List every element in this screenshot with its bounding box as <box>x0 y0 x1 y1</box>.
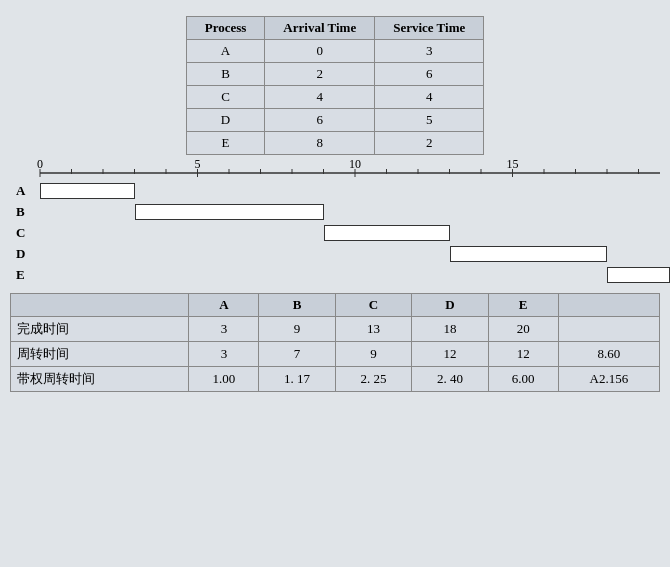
gantt-bar <box>40 183 135 199</box>
stats-cell: 20 <box>488 317 558 342</box>
stats-table: ABCDE完成时间39131820周转时间37912128.60带权周转时间1.… <box>10 293 660 392</box>
stats-cell: 2. 40 <box>412 367 488 392</box>
timeline-ruler: 05101520 <box>10 159 660 181</box>
table-cell: 4 <box>265 86 375 109</box>
gantt-row: B <box>40 202 670 222</box>
stats-cell: 9 <box>259 317 335 342</box>
stats-cell: 2. 25 <box>335 367 411 392</box>
stats-cell: 8.60 <box>558 342 659 367</box>
process-table-wrap: Process Arrival Time Service Time A03B26… <box>10 16 660 155</box>
stats-row-label: 周转时间 <box>11 342 189 367</box>
gantt-bar <box>450 246 608 262</box>
stats-row-label: 完成时间 <box>11 317 189 342</box>
table-cell: A <box>186 40 265 63</box>
gantt-bar <box>607 267 670 283</box>
table-cell: 6 <box>265 109 375 132</box>
page: Process Arrival Time Service Time A03B26… <box>0 0 670 567</box>
table-cell: E <box>186 132 265 155</box>
stats-cell: 12 <box>412 342 488 367</box>
gantt-row: D <box>40 244 670 264</box>
col-header-arrival: Arrival Time <box>265 17 375 40</box>
gantt-row-label: A <box>16 183 25 199</box>
stats-cell: 6.00 <box>488 367 558 392</box>
process-table: Process Arrival Time Service Time A03B26… <box>186 16 485 155</box>
gantt-row: E <box>40 265 670 285</box>
table-cell: C <box>186 86 265 109</box>
stats-cell: 9 <box>335 342 411 367</box>
stats-col-header <box>558 294 659 317</box>
stats-cell: A2.156 <box>558 367 659 392</box>
stats-col-header: C <box>335 294 411 317</box>
stats-cell <box>558 317 659 342</box>
table-cell: 4 <box>375 86 484 109</box>
stats-col-header: D <box>412 294 488 317</box>
svg-text:5: 5 <box>195 159 201 171</box>
gantt-row-label: D <box>16 246 25 262</box>
svg-text:15: 15 <box>507 159 519 171</box>
stats-cell: 7 <box>259 342 335 367</box>
svg-text:10: 10 <box>349 159 361 171</box>
stats-table-wrap: ABCDE完成时间39131820周转时间37912128.60带权周转时间1.… <box>10 293 660 392</box>
gantt-row: A <box>40 181 670 201</box>
stats-cell: 12 <box>488 342 558 367</box>
col-header-service: Service Time <box>375 17 484 40</box>
stats-cell: 3 <box>189 342 259 367</box>
table-cell: 2 <box>265 63 375 86</box>
gantt-bar <box>135 204 324 220</box>
stats-cell: 1. 17 <box>259 367 335 392</box>
gantt-row: C <box>40 223 670 243</box>
table-cell: 3 <box>375 40 484 63</box>
table-cell: 2 <box>375 132 484 155</box>
gantt-row-label: E <box>16 267 25 283</box>
table-cell: D <box>186 109 265 132</box>
col-header-process: Process <box>186 17 265 40</box>
table-cell: 5 <box>375 109 484 132</box>
stats-col-header: A <box>189 294 259 317</box>
svg-text:0: 0 <box>37 159 43 171</box>
gantt-bar <box>324 225 450 241</box>
table-cell: 6 <box>375 63 484 86</box>
table-cell: 0 <box>265 40 375 63</box>
stats-col-header: E <box>488 294 558 317</box>
stats-cell: 13 <box>335 317 411 342</box>
stats-col-header <box>11 294 189 317</box>
stats-cell: 3 <box>189 317 259 342</box>
stats-col-header: B <box>259 294 335 317</box>
stats-cell: 18 <box>412 317 488 342</box>
table-cell: B <box>186 63 265 86</box>
stats-cell: 1.00 <box>189 367 259 392</box>
gantt-area: ABCDE <box>40 181 660 289</box>
gantt-row-label: C <box>16 225 25 241</box>
table-cell: 8 <box>265 132 375 155</box>
stats-row-label: 带权周转时间 <box>11 367 189 392</box>
gantt-row-label: B <box>16 204 25 220</box>
